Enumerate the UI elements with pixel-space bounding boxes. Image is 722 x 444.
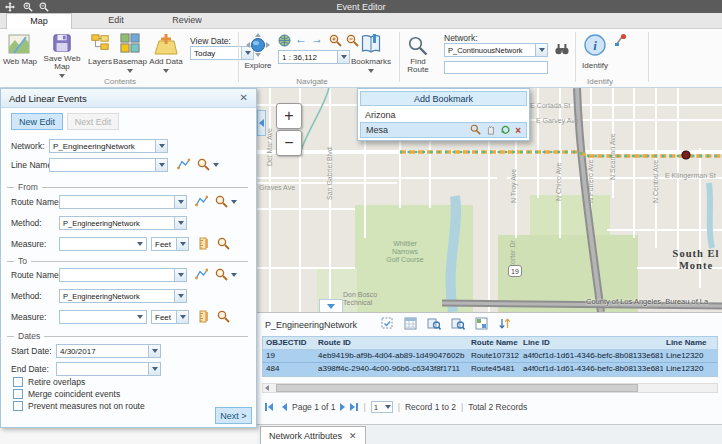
calendar-caret[interactable]: [148, 363, 160, 375]
table-row[interactable]: 19 4eb9419b-af9b-4d04-ab89-1d49047602b R…: [263, 350, 717, 363]
network-dropdown[interactable]: P_ContinuousNetwork: [444, 43, 548, 57]
basemap-icon[interactable]: [120, 33, 140, 53]
save-web-map-icon[interactable]: [52, 33, 72, 53]
next-edit-button[interactable]: Next Edit: [67, 113, 119, 130]
from-measure-input[interactable]: [59, 237, 147, 251]
switch-selection-icon[interactable]: [475, 317, 488, 332]
bookmarks-button[interactable]: Bookmarks: [348, 58, 394, 66]
line-name-dropdown[interactable]: [49, 158, 168, 172]
collapse-panel-handle[interactable]: [257, 110, 266, 136]
to-route-name-dropdown[interactable]: [59, 268, 187, 282]
collapse-table-handle[interactable]: [319, 299, 343, 312]
explore-icon[interactable]: [246, 33, 270, 57]
previous-page-button[interactable]: [282, 403, 287, 411]
close-tab-icon[interactable]: ✕: [349, 431, 357, 441]
event-network-dropdown[interactable]: P_EngineeringNetwork: [49, 139, 168, 153]
bookmark-delete-icon[interactable]: ×: [515, 125, 521, 136]
dropdown-caret[interactable]: [174, 217, 186, 229]
column-header[interactable]: OBJECTID: [263, 337, 315, 349]
close-icon[interactable]: ✕: [240, 93, 248, 103]
next-button[interactable]: Next >: [215, 407, 252, 424]
start-date-input[interactable]: 4/30/2017: [56, 344, 161, 358]
next-page-button[interactable]: [340, 403, 345, 411]
dropdown-caret[interactable]: [155, 140, 167, 152]
tab-review[interactable]: Review: [156, 13, 218, 29]
calendar-caret[interactable]: [148, 345, 160, 357]
dropdown-caret[interactable]: [174, 196, 186, 208]
from-unit-dropdown[interactable]: Feet: [151, 237, 189, 251]
explore-button[interactable]: Explore: [240, 62, 276, 70]
measure-on-map-icon[interactable]: [197, 237, 209, 250]
zoom-to-measure-icon[interactable]: [217, 237, 230, 250]
first-page-button[interactable]: [265, 403, 273, 411]
bookmark-item-mesa[interactable]: Mesa ×: [360, 122, 527, 138]
table-grid-icon[interactable]: [404, 317, 417, 332]
last-page-button[interactable]: [350, 403, 358, 411]
dropdown-caret[interactable]: [174, 269, 186, 281]
checkbox[interactable]: [13, 377, 23, 387]
end-date-input[interactable]: [56, 362, 161, 376]
column-header[interactable]: Line Name: [663, 337, 717, 349]
dropdown-caret[interactable]: [176, 238, 188, 250]
view-date-dropdown[interactable]: Today: [190, 46, 254, 60]
map-zoom-in-button[interactable]: +: [276, 103, 302, 129]
column-header[interactable]: Route ID: [315, 337, 468, 349]
binoculars-icon[interactable]: [555, 42, 569, 56]
checkbox[interactable]: [13, 401, 23, 411]
bookmark-refresh-icon[interactable]: [500, 124, 511, 137]
to-unit-dropdown[interactable]: Feet: [151, 310, 189, 324]
dropdown-caret[interactable]: [174, 290, 186, 302]
show-selected-icon[interactable]: [381, 317, 394, 332]
save-web-map-button[interactable]: Save Web Map: [40, 55, 84, 71]
page-select[interactable]: 1: [371, 401, 393, 413]
next-extent-icon[interactable]: →: [311, 32, 323, 46]
add-data-button[interactable]: Add Data: [146, 58, 186, 66]
zoom-to-measure-icon[interactable]: [217, 310, 230, 323]
scrollbar-thumb[interactable]: [276, 384, 638, 392]
merge-coincident-option[interactable]: Merge coincident events: [13, 389, 120, 399]
find-route-icon[interactable]: [408, 36, 428, 56]
pan-to-selected-icon[interactable]: [451, 317, 465, 332]
full-extent-icon[interactable]: [278, 34, 291, 47]
web-map-icon[interactable]: [8, 33, 30, 55]
dropdown-caret[interactable]: [176, 311, 188, 323]
select-route-on-map-icon[interactable]: [195, 268, 208, 281]
tab-edit[interactable]: Edit: [88, 13, 144, 29]
map-zoom-out-button[interactable]: −: [276, 130, 302, 156]
add-data-icon[interactable]: [154, 33, 178, 55]
zoom-to-line-icon[interactable]: [197, 158, 219, 171]
bookmark-zoom-icon[interactable]: [470, 124, 481, 137]
bookmark-item-arizona[interactable]: Arizona: [360, 108, 527, 122]
dropdown-caret[interactable]: [155, 159, 167, 171]
identify-icon[interactable]: i: [584, 34, 606, 56]
scale-dropdown[interactable]: 1 : 36,112: [278, 50, 350, 64]
layers-icon[interactable]: [90, 33, 110, 53]
retire-overlaps-option[interactable]: Retire overlaps: [13, 377, 85, 387]
bookmarks-icon[interactable]: [360, 33, 382, 55]
zoom-to-selected-icon[interactable]: [427, 317, 441, 332]
find-route-button[interactable]: Find Route: [400, 58, 436, 74]
tab-map[interactable]: Map: [6, 13, 72, 29]
tab-network-attributes[interactable]: Network Attributes ✕: [260, 426, 366, 444]
from-route-name-dropdown[interactable]: [59, 195, 187, 209]
previous-extent-icon[interactable]: ←: [295, 32, 307, 46]
table-row[interactable]: 484 a398ff4c-2940-4c00-96b6-c6343f8f1711…: [263, 363, 717, 376]
network-caret[interactable]: [535, 44, 547, 56]
checkbox[interactable]: [13, 389, 23, 399]
select-route-on-map-icon[interactable]: [195, 195, 208, 208]
zoom-out-map-icon[interactable]: [346, 34, 359, 47]
bookmarks-dropdown-caret[interactable]: [368, 69, 374, 73]
zoom-to-route-icon[interactable]: [215, 268, 237, 281]
column-header[interactable]: Line ID: [520, 337, 663, 349]
basemap-dropdown-caret[interactable]: [127, 69, 133, 73]
prevent-measures-option[interactable]: Prevent measures not on route: [13, 401, 145, 411]
measure-on-map-icon[interactable]: [197, 310, 209, 323]
web-map-button[interactable]: Web Map: [0, 58, 40, 66]
new-edit-button[interactable]: New Edit: [11, 113, 63, 130]
route-search-input[interactable]: [444, 61, 548, 74]
identify-route-icon[interactable]: [614, 33, 628, 47]
column-header[interactable]: Route Name: [468, 337, 520, 349]
horizontal-scrollbar[interactable]: [262, 383, 718, 393]
bookmark-pan-icon[interactable]: [485, 124, 496, 137]
select-line-on-map-icon[interactable]: [177, 158, 190, 171]
